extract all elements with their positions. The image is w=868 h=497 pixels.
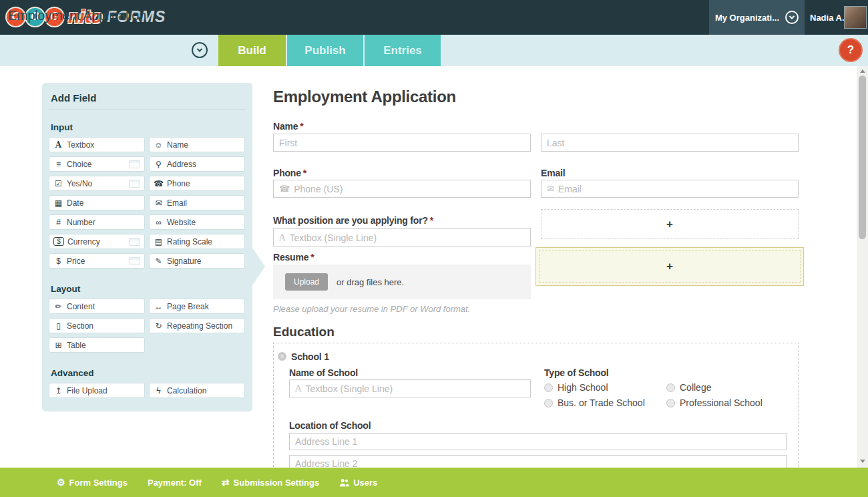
plus-icon: + <box>666 218 673 231</box>
school-location-label[interactable]: Location of School <box>289 420 371 431</box>
radio-option-high-school[interactable]: High School <box>544 382 608 393</box>
tab-entries[interactable]: Entries <box>365 35 441 66</box>
avatar[interactable] <box>844 6 867 29</box>
tab-build[interactable]: Build <box>218 35 286 66</box>
position-input[interactable]: ATextbox (Single Line) <box>273 228 531 246</box>
field-button-date[interactable]: ▦Date <box>49 195 145 210</box>
panel-pointer-arrow <box>252 248 265 285</box>
field-button-yesno[interactable]: ☑Yes/No <box>49 176 145 191</box>
field-button-address[interactable]: ⚲Address <box>149 156 245 172</box>
radio-option-college[interactable]: College <box>666 382 711 393</box>
radio-option-trade-school[interactable]: Bus. or Trade School <box>544 397 645 408</box>
scroll-down-arrow[interactable] <box>860 460 865 463</box>
position-field-label[interactable]: What position are you applying for?* <box>273 215 433 226</box>
field-button-choice[interactable]: ≡Choice <box>49 156 145 172</box>
field-button-number[interactable]: #Number <box>49 214 145 230</box>
choice-icon: ≡ <box>53 160 63 169</box>
address-line-1-input[interactable]: Address Line 1 <box>289 433 787 450</box>
field-button-page-break[interactable]: ↔Page Break <box>149 299 245 314</box>
field-button-rating-scale[interactable]: ▤Rating Scale <box>149 234 245 249</box>
education-section-heading: Education <box>273 325 335 339</box>
email-field-label[interactable]: Email <box>541 168 565 178</box>
remove-item-icon[interactable]: × <box>278 352 286 361</box>
field-label: Calculation <box>167 386 206 395</box>
calendar-icon: ▦ <box>53 198 63 208</box>
rating-scale-icon: ▤ <box>154 237 164 246</box>
envelope-icon: ✉ <box>154 198 164 208</box>
field-button-content[interactable]: ✏Content <box>49 299 145 314</box>
radio-icon[interactable] <box>666 383 675 392</box>
school-item-title: School 1 <box>291 351 329 362</box>
name-last-input[interactable]: Last <box>541 134 799 152</box>
builder-footer: ⚙Form Settings Payment: Off ⇄Submission … <box>0 468 868 497</box>
field-button-section[interactable]: ▯Section <box>49 318 145 333</box>
organization-menu-label: My Organizati... <box>715 13 779 23</box>
highlighted-dropzone[interactable]: + <box>535 247 804 286</box>
radio-label: Bus. or Trade School <box>558 397 645 408</box>
radio-option-professional-school[interactable]: Professional School <box>666 397 763 408</box>
name-first-input[interactable]: First <box>273 134 531 152</box>
field-label: Textbox <box>67 140 94 150</box>
address-pin-icon: ⚲ <box>154 160 164 169</box>
field-label: Date <box>67 198 83 208</box>
field-button-textbox[interactable]: ATextbox <box>49 137 145 152</box>
group-label-input: Input <box>49 122 246 132</box>
radio-label: Professional School <box>680 397 763 408</box>
school-name-input[interactable]: ATextbox (Single Line) <box>289 379 531 397</box>
field-button-repeating-section[interactable]: ↻Repeating Section <box>149 318 245 333</box>
upload-button[interactable]: Upload <box>285 273 328 291</box>
field-button-phone[interactable]: ☎Phone <box>149 176 245 191</box>
field-button-signature[interactable]: ✎Signature <box>149 253 245 269</box>
upload-icon: ↥ <box>53 386 63 395</box>
add-field-dropzone[interactable]: + <box>541 209 799 239</box>
school-type-label[interactable]: Type of School <box>544 367 609 378</box>
number-icon: # <box>53 218 63 227</box>
cognito-forms-builder: C O G nito FORMS My Organizati... Nadia … <box>0 0 868 497</box>
required-asterisk: * <box>310 252 314 263</box>
user-name[interactable]: Nadia A. <box>810 0 845 35</box>
form-settings-button[interactable]: ⚙Form Settings <box>57 477 128 488</box>
scrollbar-thumb[interactable] <box>859 75 866 239</box>
resume-help-text: Please upload your resume in PDF or Word… <box>273 304 470 314</box>
phone-field-label[interactable]: Phone* <box>273 168 306 178</box>
link-icon: ∞ <box>154 218 164 227</box>
field-label: Name <box>167 140 188 150</box>
payment-status[interactable]: Payment: Off <box>148 478 202 488</box>
field-button-website[interactable]: ∞Website <box>149 214 245 230</box>
field-label: Yes/No <box>67 179 92 188</box>
textbox-icon: A <box>295 383 301 393</box>
organization-menu[interactable]: My Organizati... <box>709 0 805 35</box>
form-switcher-chevron-icon[interactable] <box>192 42 208 58</box>
add-field-title: Add Field <box>49 92 246 104</box>
school-name-label[interactable]: Name of School <box>289 367 358 378</box>
tab-publish[interactable]: Publish <box>287 35 363 66</box>
users-button[interactable]: Users <box>339 478 377 488</box>
currency-icon: $ <box>53 237 64 246</box>
name-field-label[interactable]: Name* <box>273 121 304 132</box>
field-button-currency[interactable]: $Currency <box>49 234 145 249</box>
card-type-icon <box>129 180 140 188</box>
placeholder: Address Line 1 <box>295 436 357 447</box>
table-grid-icon: ⊞ <box>53 341 63 350</box>
field-button-email[interactable]: ✉Email <box>149 195 245 210</box>
field-button-price[interactable]: $Price <box>49 253 145 269</box>
radio-icon[interactable] <box>544 383 553 392</box>
scroll-up-arrow[interactable] <box>860 69 865 73</box>
placeholder: Phone (US) <box>294 184 343 194</box>
card-type-icon <box>129 160 140 168</box>
page-break-icon: ↔ <box>154 302 164 311</box>
radio-icon[interactable] <box>666 399 675 407</box>
email-input[interactable]: ✉Email <box>541 180 799 198</box>
field-button-name[interactable]: ☺Name <box>149 137 245 152</box>
field-button-table[interactable]: ⊞Table <box>49 337 145 353</box>
field-button-file-upload[interactable]: ↥File Upload <box>49 383 145 398</box>
field-button-calculation[interactable]: ϟCalculation <box>149 383 245 398</box>
help-button[interactable]: ? <box>840 39 861 61</box>
input-field-grid: ATextbox ☺Name ≡Choice ⚲Address ☑Yes/No … <box>49 137 246 269</box>
phone-input[interactable]: ☎Phone (US) <box>273 180 531 198</box>
add-field-panel: Add Field Input ATextbox ☺Name ≡Choice ⚲… <box>42 83 252 411</box>
submission-settings-button[interactable]: ⇄Submission Settings <box>222 477 319 488</box>
resume-field-label[interactable]: Resume* <box>273 252 314 263</box>
radio-icon[interactable] <box>544 399 553 407</box>
radio-label: High School <box>558 382 608 393</box>
